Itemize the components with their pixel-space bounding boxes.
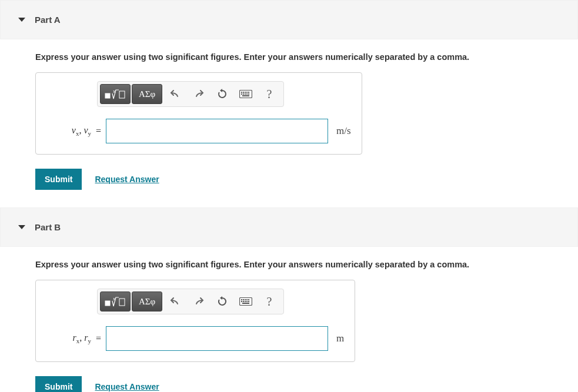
part-title: Part A: [35, 15, 61, 25]
undo-button[interactable]: [163, 292, 187, 311]
svg-rect-28: [248, 301, 249, 302]
svg-rect-27: [246, 301, 248, 302]
answer-row: rx, ry = m: [46, 326, 344, 351]
svg-rect-15: [105, 301, 110, 306]
help-label: ?: [267, 88, 272, 101]
svg-rect-6: [245, 92, 246, 93]
caret-down-icon: [18, 225, 25, 229]
help-button[interactable]: ?: [258, 84, 281, 104]
svg-rect-19: [241, 299, 242, 300]
units-label: m/s: [336, 125, 351, 137]
instruction-text: Express your answer using two significan…: [35, 52, 564, 62]
svg-rect-14: [242, 95, 249, 96]
keyboard-button[interactable]: [234, 292, 258, 311]
submit-button[interactable]: Submit: [35, 169, 82, 190]
svg-rect-2: [119, 91, 125, 98]
svg-rect-17: [119, 299, 125, 306]
request-answer-link[interactable]: Request Answer: [95, 382, 159, 391]
svg-rect-10: [243, 93, 244, 95]
svg-rect-13: [248, 93, 249, 95]
equals-sign: =: [96, 126, 101, 136]
redo-button[interactable]: [187, 292, 211, 311]
svg-rect-5: [243, 92, 244, 93]
svg-rect-7: [246, 92, 248, 93]
templates-button[interactable]: x: [100, 292, 131, 311]
greek-label: ΑΣφ: [139, 89, 155, 99]
redo-button[interactable]: [187, 84, 211, 104]
answer-input[interactable]: [106, 119, 328, 143]
part-title: Part B: [35, 222, 61, 232]
reset-button[interactable]: [211, 84, 234, 104]
units-label: m: [336, 333, 344, 344]
actions-row: Submit Request Answer: [35, 376, 564, 392]
svg-rect-24: [241, 301, 242, 302]
part-a-header[interactable]: Part A: [0, 0, 578, 39]
part-b-header[interactable]: Part B: [0, 207, 578, 247]
keyboard-button[interactable]: [234, 84, 258, 104]
variable-label: vx, vy: [46, 125, 91, 137]
answer-box: x ΑΣφ ? rx: [35, 280, 355, 362]
caret-down-icon: [18, 18, 25, 22]
svg-rect-0: [105, 93, 110, 98]
answer-input[interactable]: [106, 326, 328, 351]
actions-row: Submit Request Answer: [35, 169, 564, 190]
submit-button[interactable]: Submit: [35, 376, 82, 392]
answer-box: x ΑΣφ ? vx: [35, 72, 362, 155]
format-toolbar: x ΑΣφ ?: [97, 289, 284, 314]
svg-rect-23: [248, 299, 249, 300]
svg-rect-26: [245, 301, 246, 302]
svg-rect-20: [243, 299, 244, 300]
instruction-text: Express your answer using two significan…: [35, 260, 564, 269]
help-button[interactable]: ?: [258, 292, 281, 311]
equals-sign: =: [96, 333, 101, 344]
greek-button[interactable]: ΑΣφ: [132, 84, 162, 104]
part-b-body: Express your answer using two significan…: [0, 247, 578, 392]
format-toolbar: x ΑΣφ ?: [97, 81, 284, 107]
svg-rect-11: [245, 93, 246, 95]
greek-button[interactable]: ΑΣφ: [132, 292, 162, 311]
request-answer-link[interactable]: Request Answer: [95, 175, 159, 184]
variable-label: rx, ry: [46, 333, 91, 344]
svg-rect-8: [248, 92, 249, 93]
svg-rect-9: [241, 93, 242, 95]
help-label: ?: [267, 295, 272, 309]
svg-rect-25: [243, 301, 244, 302]
svg-rect-21: [245, 299, 246, 300]
answer-row: vx, vy = m/s: [46, 119, 351, 143]
part-a-body: Express your answer using two significan…: [0, 39, 578, 207]
undo-button[interactable]: [163, 84, 187, 104]
reset-button[interactable]: [211, 292, 234, 311]
templates-button[interactable]: x: [100, 84, 131, 104]
svg-rect-12: [246, 93, 248, 95]
greek-label: ΑΣφ: [139, 297, 155, 307]
svg-rect-29: [242, 303, 249, 304]
svg-rect-22: [246, 299, 248, 300]
svg-rect-4: [241, 92, 242, 93]
